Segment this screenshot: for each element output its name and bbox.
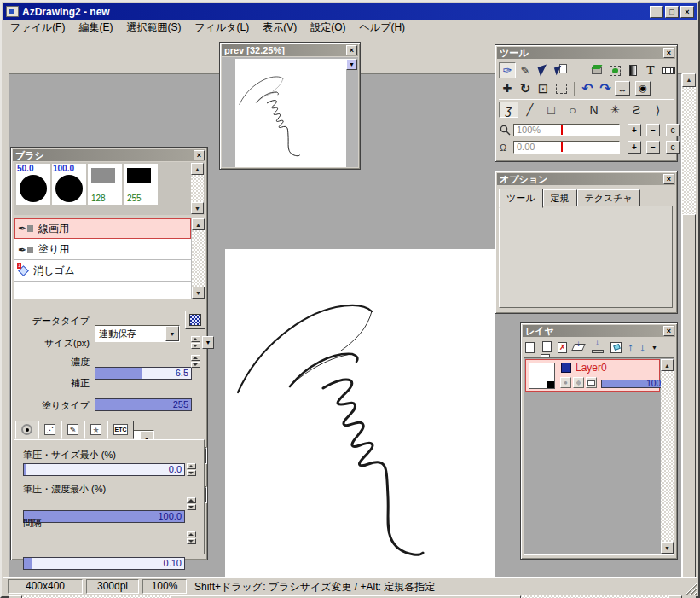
resize-grip[interactable] <box>685 583 697 595</box>
density-spinner[interactable] <box>191 355 200 368</box>
options-palette-title-bar[interactable]: オプション × <box>497 173 675 185</box>
layer-name[interactable]: Layer0 <box>576 362 607 374</box>
gradient-shape-tool-icon[interactable] <box>570 62 587 78</box>
rotate-plus-button[interactable]: + <box>628 141 641 154</box>
interval-spinner[interactable] <box>187 531 196 544</box>
brush-item-line[interactable]: ✒ 線画用 <box>14 218 191 239</box>
menu-filter[interactable]: フィルタ(L) <box>188 19 256 37</box>
fill-tool-icon[interactable] <box>535 62 552 78</box>
brush-tab-tip[interactable] <box>15 421 38 439</box>
close-button[interactable]: × <box>680 6 694 18</box>
gradient-tool-icon[interactable] <box>624 62 641 78</box>
brush-tab-etc[interactable]: ETC <box>107 421 134 439</box>
menu-selection[interactable]: 選択範囲(S) <box>119 19 188 37</box>
minimize-button[interactable]: _ <box>650 6 663 18</box>
curve-shape-icon[interactable]: S <box>627 102 646 118</box>
ruler-tool-icon[interactable] <box>660 62 677 78</box>
zoom-value-field[interactable]: 100% <box>513 124 620 136</box>
brush-tab-scatter[interactable]: ⋰ <box>38 421 61 439</box>
rotate-minus-button[interactable]: − <box>646 141 660 154</box>
merge-visible-icon[interactable]: ↓ <box>592 341 605 353</box>
menu-help[interactable]: ヘルプ(H) <box>353 19 413 37</box>
layer-down-icon[interactable]: ↓ <box>639 340 645 354</box>
options-tab-tool[interactable]: ツール <box>499 189 543 208</box>
options-palette-close-icon[interactable]: × <box>663 174 674 184</box>
text-tool-icon[interactable]: T <box>642 62 659 78</box>
paste-fill-tool-icon[interactable] <box>552 62 570 78</box>
layer-lock-toggle[interactable]: ◆ <box>573 377 584 388</box>
select-move-tool-icon[interactable]: ⊡ <box>535 80 552 96</box>
brush-palette-title-bar[interactable]: ブラシ × <box>13 149 205 161</box>
layer-scroll-up-icon[interactable]: ▲ <box>661 359 674 371</box>
undo-icon[interactable]: ↶ <box>579 80 596 96</box>
copy-layer-icon[interactable] <box>541 341 552 353</box>
brush-scroll-down-icon[interactable]: ▼ <box>192 287 205 299</box>
pen-tool-icon[interactable]: ✎ <box>517 62 534 78</box>
tool-palette-title-bar[interactable]: ツール × <box>497 47 675 59</box>
layer-opacity-bar[interactable]: 100 <box>601 380 662 388</box>
layer-folder-button[interactable] <box>586 377 597 388</box>
layer-up-icon[interactable]: ↑ <box>628 340 633 354</box>
layer-palette-close-icon[interactable]: × <box>663 326 674 336</box>
layer-scrollbar[interactable]: ▲ ▼ <box>661 358 674 554</box>
zoom-minus-button[interactable]: − <box>646 124 660 136</box>
data-type-dropdown[interactable]: 連動保存 ▼ <box>95 325 180 342</box>
clear-layer-icon[interactable] <box>610 342 622 353</box>
tool-palette-close-icon[interactable]: × <box>663 48 674 58</box>
layer-palette-title-bar[interactable]: レイヤ × <box>523 325 675 337</box>
vertical-scrollbar[interactable]: ▲ ▼ <box>682 73 696 595</box>
brush-tab-shape[interactable]: ★ <box>84 421 107 439</box>
pressure-size-slider[interactable]: 0.0 <box>23 463 185 476</box>
select-rect-tool-icon[interactable] <box>552 80 570 96</box>
brush-preview-100[interactable]: 100.0 <box>52 164 86 205</box>
preview-title-bar[interactable]: prev [32.25%] × <box>222 44 358 56</box>
pixel-grid-button[interactable]: ◉ <box>635 81 651 96</box>
merge-down-icon[interactable]: ↓ <box>573 341 586 353</box>
brush-preview-255[interactable]: 255 <box>124 164 158 205</box>
star-shape-icon[interactable]: ✳ <box>605 102 625 118</box>
texture-button[interactable] <box>185 311 205 329</box>
size-preset-icon[interactable]: ▼ <box>202 336 214 349</box>
brush-list-scrollbar[interactable]: ▲ ▼ <box>191 218 204 299</box>
preview-scroll-up-icon[interactable]: ▲ <box>191 163 204 175</box>
menu-settings[interactable]: 設定(O) <box>304 19 352 37</box>
rotate-view-tool-icon[interactable]: ↻ <box>517 80 534 96</box>
redo-icon[interactable]: ↷ <box>597 80 614 96</box>
closed-curve-shape-icon[interactable]: ⟩ <box>648 102 668 118</box>
zoom-reset-button[interactable]: c <box>666 124 680 136</box>
pressure-density-slider[interactable]: 100.0 <box>23 510 185 523</box>
line-shape-icon[interactable]: ╱ <box>520 102 540 118</box>
new-layer-icon[interactable] <box>525 342 535 353</box>
ellipse-shape-icon[interactable]: ○ <box>563 102 582 118</box>
freehand-shape-icon[interactable]: ʒ <box>499 102 518 118</box>
layer-thumbnail[interactable] <box>529 363 555 389</box>
layer-visible-toggle[interactable]: ● <box>560 377 571 388</box>
rect-shape-icon[interactable]: □ <box>541 102 561 118</box>
layer-scroll-down-icon[interactable]: ▼ <box>661 542 674 554</box>
menu-view[interactable]: 表示(V) <box>256 19 304 37</box>
brush-item-eraser[interactable]: 1 消しゴム <box>14 261 191 282</box>
layer-color-chip[interactable] <box>561 363 571 373</box>
bucket-tool-icon[interactable] <box>588 62 605 78</box>
move-tool-icon[interactable]: ✚ <box>499 80 516 96</box>
menu-edit[interactable]: 編集(E) <box>72 19 119 37</box>
delete-layer-icon[interactable]: ✗ <box>558 342 567 353</box>
brush-preview-128[interactable]: 128 <box>88 164 122 205</box>
vertical-scroll-thumb[interactable] <box>682 214 696 581</box>
rotate-reset-button[interactable]: c <box>666 141 680 154</box>
size-spinner[interactable] <box>191 336 200 349</box>
pressure-size-spinner[interactable] <box>187 463 196 476</box>
magic-selection-tool-icon[interactable] <box>606 62 623 78</box>
brush-tool-icon[interactable]: ✑ <box>499 62 516 78</box>
brush-palette-close-icon[interactable]: × <box>194 150 205 160</box>
density-slider[interactable]: 255 <box>95 398 192 411</box>
rotate-value-field[interactable]: 0.00 <box>513 141 620 154</box>
pressure-density-spinner[interactable] <box>187 497 196 510</box>
polyline-shape-icon[interactable]: N <box>584 102 604 118</box>
brush-tab-pen[interactable]: ✎ <box>61 421 84 439</box>
dropdown-arrow-icon[interactable]: ▼ <box>165 326 179 341</box>
interval-slider[interactable]: 0.10 <box>23 557 185 570</box>
menu-file[interactable]: ファイル(F) <box>3 19 72 37</box>
brush-preview-scrollbar[interactable]: ▲ ▼ <box>191 163 204 214</box>
layer-menu-icon[interactable]: ▼ <box>651 345 657 351</box>
